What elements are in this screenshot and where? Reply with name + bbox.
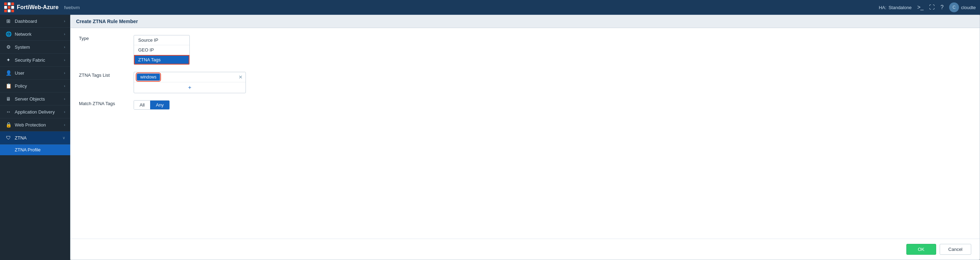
server-objects-icon: 🖥 (5, 96, 12, 101)
chevron-right-icon: › (64, 84, 65, 88)
ha-info: HA: Standalone (879, 5, 911, 10)
chevron-right-icon: › (64, 71, 65, 75)
network-icon: 🌐 (5, 31, 12, 37)
logo-cell (4, 6, 7, 9)
chevron-down-icon: ∨ (62, 136, 65, 140)
sidebar-item-label: Dashboard (15, 19, 64, 24)
chevron-right-icon: › (64, 45, 65, 49)
sidebar-item-label: Policy (15, 83, 64, 89)
logo-cell (11, 6, 14, 9)
type-list: Source IP GEO IP ZTNA Tags (134, 35, 190, 65)
ha-label: HA: (879, 5, 886, 10)
user-icon: 👤 (5, 70, 12, 76)
help-icon[interactable]: ? (940, 4, 943, 11)
sidebar-item-label: User (15, 70, 64, 76)
sidebar-item-label: ZTNA (15, 135, 62, 141)
modal-body: Type Source IP GEO IP ZTNA Tags ZTNA Tag… (70, 28, 980, 239)
logo-cell (8, 2, 11, 5)
type-row: Type Source IP GEO IP ZTNA Tags (79, 35, 971, 65)
sidebar-item-policy[interactable]: 📋 Policy › (0, 79, 70, 92)
logo-cell (11, 10, 14, 12)
tag-chip-windows[interactable]: windows (137, 74, 160, 81)
chevron-right-icon: › (64, 32, 65, 36)
sidebar-item-ztna[interactable]: 🛡 ZTNA ∨ (0, 132, 70, 144)
ok-button[interactable]: OK (906, 244, 936, 255)
security-fabric-icon: ✦ (5, 57, 12, 63)
sidebar-item-system[interactable]: ⚙ System › (0, 41, 70, 54)
sidebar-item-security-fabric[interactable]: ✦ Security Fabric › (0, 54, 70, 67)
terminal-icon[interactable]: >_ (917, 4, 924, 11)
sidebar-item-user[interactable]: 👤 User › (0, 67, 70, 79)
tag-row: windows ✕ (134, 72, 245, 82)
logo-grid (4, 2, 14, 12)
sidebar: ⊞ Dashboard › 🌐 Network › ⚙ System › ✦ S… (0, 15, 70, 260)
ha-value: Standalone (888, 5, 912, 10)
sidebar-item-label: Web Protection (15, 122, 64, 128)
plus-icon: + (188, 84, 191, 91)
chevron-right-icon: › (64, 58, 65, 62)
system-icon: ⚙ (5, 44, 12, 50)
match-label: Match ZTNA Tags (79, 100, 128, 106)
modal-overlay: Create ZTNA Rule Member Type Source IP G… (70, 15, 980, 260)
logo-cell (11, 2, 14, 5)
sidebar-item-application-delivery[interactable]: ↔ Application Delivery › (0, 105, 70, 119)
type-option-ztna-tags[interactable]: ZTNA Tags (134, 55, 189, 65)
expand-icon[interactable]: ⛶ (929, 4, 935, 11)
ztna-tags-list-label: ZTNA Tags List (79, 72, 128, 78)
chevron-right-icon: › (64, 19, 65, 23)
modal: Create ZTNA Rule Member Type Source IP G… (70, 15, 980, 260)
chevron-right-icon: › (64, 97, 65, 101)
logo-cell (4, 10, 7, 12)
sidebar-item-server-objects[interactable]: 🖥 Server Objects › (0, 92, 70, 105)
dashboard-icon: ⊞ (5, 18, 12, 24)
type-option-source-ip[interactable]: Source IP (134, 35, 189, 45)
match-toggle-group: All Any (134, 100, 170, 110)
hostname: fwebvm (64, 5, 80, 10)
username: cloudte (961, 5, 976, 10)
type-label: Type (79, 35, 128, 41)
sidebar-item-label: Network (15, 32, 64, 37)
sidebar-subitem-label: ZTNA Profile (15, 147, 41, 152)
policy-icon: 📋 (5, 83, 12, 89)
logo-cell (8, 10, 11, 12)
application-delivery-icon: ↔ (5, 109, 12, 114)
cancel-button[interactable]: Cancel (940, 244, 971, 255)
logo: FortiWeb-Azure fwebvm (4, 2, 80, 12)
sidebar-item-label: System (15, 44, 64, 50)
tag-remove-button[interactable]: ✕ (239, 74, 243, 80)
sidebar-item-network[interactable]: 🌐 Network › (0, 28, 70, 41)
tags-list-container: windows ✕ + (134, 72, 246, 93)
modal-header: Create ZTNA Rule Member (70, 15, 980, 28)
chevron-right-icon: › (64, 123, 65, 127)
logo-cell (8, 6, 11, 9)
sidebar-item-label: Security Fabric (15, 57, 64, 63)
chevron-right-icon: › (64, 110, 65, 114)
add-tag-button[interactable]: + (134, 82, 245, 93)
match-ztna-tags-row: Match ZTNA Tags All Any (79, 100, 971, 110)
content-area: ZTNA Profile ZTNA Ru... Edit ZTNA Rule N… (70, 15, 980, 260)
top-nav-right: HA: Standalone >_ ⛶ ? C cloudte (879, 2, 976, 12)
match-control: All Any (134, 100, 170, 110)
match-any-button[interactable]: Any (150, 101, 169, 109)
top-nav: FortiWeb-Azure fwebvm HA: Standalone >_ … (0, 0, 980, 15)
web-protection-icon: 🔒 (5, 122, 12, 128)
sidebar-item-label: Server Objects (15, 97, 64, 101)
app-title: FortiWeb-Azure (17, 4, 59, 11)
logo-cell (4, 2, 7, 5)
type-option-geo-ip[interactable]: GEO IP (134, 45, 189, 55)
ztna-tags-list-control: windows ✕ + (134, 72, 246, 93)
sidebar-item-web-protection[interactable]: 🔒 Web Protection › (0, 119, 70, 132)
match-all-button[interactable]: All (134, 101, 150, 109)
user-menu[interactable]: C cloudte (949, 2, 976, 12)
sidebar-item-label: Application Delivery (15, 109, 64, 114)
ztna-tags-list-row: ZTNA Tags List windows ✕ + (79, 72, 971, 93)
sidebar-subitem-ztna-profile[interactable]: ZTNA Profile (0, 144, 70, 155)
sidebar-item-dashboard[interactable]: ⊞ Dashboard › (0, 15, 70, 28)
ztna-icon: 🛡 (5, 135, 12, 141)
avatar: C (949, 2, 959, 12)
modal-footer: OK Cancel (70, 239, 980, 260)
type-control: Source IP GEO IP ZTNA Tags (134, 35, 190, 65)
